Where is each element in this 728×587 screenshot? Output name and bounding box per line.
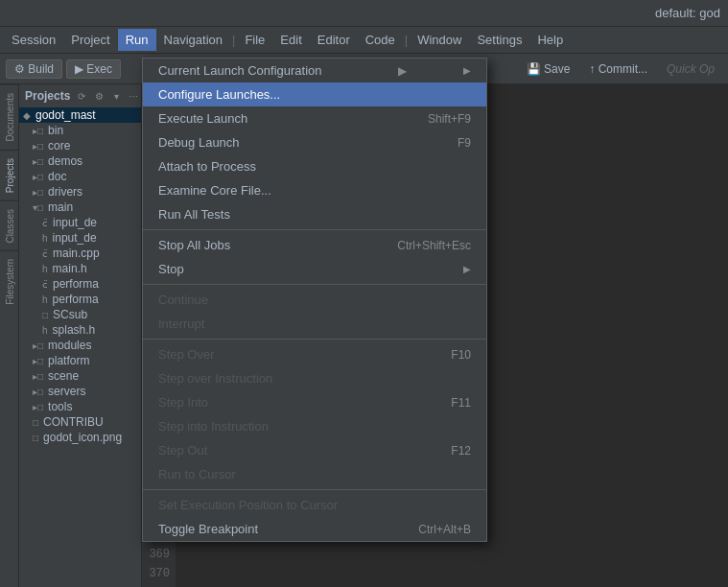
tree-item[interactable]: c̈input_de: [19, 215, 141, 230]
tree-item[interactable]: ▸□servers: [19, 384, 141, 399]
projects-header: Projects ⟳ ⚙ ▾ ⋯: [19, 84, 141, 107]
build-button[interactable]: ⚙ Build: [6, 59, 62, 79]
submenu-arrow-icon: ▶: [463, 65, 471, 76]
tree-item[interactable]: ▸□bin: [19, 123, 141, 138]
projects-title: Projects: [25, 89, 70, 103]
line-number: 370: [142, 564, 176, 583]
tree-item[interactable]: ◆godot_mast: [19, 107, 141, 123]
dropdown-item-label: Step Into: [158, 395, 208, 410]
vtab-classes[interactable]: Classes: [0, 200, 18, 251]
dropdown-item-label: Execute Launch: [158, 111, 247, 126]
tree-toolbar: ⟳ ⚙ ▾ ⋯: [74, 88, 141, 104]
dropdown-item-step-into-instruction: Step into Instruction: [143, 414, 486, 438]
menu-session[interactable]: Session: [4, 29, 63, 51]
menu-separator: [143, 229, 486, 230]
line-number: 369: [142, 545, 176, 564]
menu-sep1: |: [230, 33, 237, 47]
vtab-filesystem[interactable]: Filesystem: [0, 250, 18, 313]
tree-item[interactable]: ▸□doc: [19, 169, 141, 184]
submenu-arrow-icon: ▶: [463, 264, 471, 274]
settings-tree-btn[interactable]: ⚙: [91, 88, 106, 104]
dropdown-item-label: Toggle Breakpoint: [158, 522, 258, 536]
dropdown-item-execute-launch[interactable]: Execute LaunchShift+F9: [143, 106, 486, 130]
menu-help[interactable]: Help: [529, 29, 571, 51]
dropdown-item-label: Continue: [158, 293, 208, 307]
menu-file[interactable]: File: [237, 29, 272, 51]
tree-item[interactable]: hperforma: [19, 292, 141, 307]
menu-code[interactable]: Code: [358, 29, 403, 51]
menu-separator: [143, 489, 486, 490]
vtab-documents[interactable]: Documents: [0, 84, 18, 150]
left-vtabs: Documents Projects Classes Filesystem: [0, 84, 19, 587]
tree-item[interactable]: ▸□core: [19, 138, 141, 153]
tree-item[interactable]: hinput_de: [19, 230, 141, 246]
menu-settings[interactable]: Settings: [469, 29, 529, 51]
dropdown-item-label: Attach to Process: [158, 159, 256, 174]
menu-edit[interactable]: Edit: [272, 29, 309, 51]
more-btn[interactable]: ⋯: [126, 88, 141, 104]
dropdown-item-label: Debug Launch: [158, 135, 240, 150]
dropdown-item-continue: Continue: [143, 288, 486, 312]
menu-project[interactable]: Project: [63, 29, 117, 51]
dropdown-item-label: Configure Launches...: [158, 87, 280, 102]
menu-editor[interactable]: Editor: [310, 29, 358, 51]
top-bar-title: default: god: [655, 6, 720, 20]
dropdown-item-interrupt: Interrupt: [143, 312, 486, 336]
menu-separator: [143, 284, 486, 285]
tree-item[interactable]: ▸□scene: [19, 368, 141, 384]
tree-items: ◆godot_mast▸□bin▸□core▸□demos▸□doc▸□driv…: [19, 107, 141, 445]
top-bar: default: god: [0, 0, 728, 27]
dropdown-item-label: Stop All Jobs: [158, 238, 230, 252]
dropdown-item-step-into: Step IntoF11: [143, 390, 486, 414]
menu-separator: [143, 339, 486, 340]
dropdown-item-run-to-cursor: Run to Cursor: [143, 462, 486, 486]
dropdown-item-label: Examine Core File...: [158, 183, 271, 198]
dropdown-item-step-out: Step OutF12: [143, 438, 486, 462]
dropdown-item-label: Interrupt: [158, 317, 204, 331]
shortcut-label: Ctrl+Shift+Esc: [397, 239, 471, 252]
dropdown-item-configure-launches[interactable]: Configure Launches...: [143, 82, 486, 106]
run-dropdown-menu: Current Launch Configuration▶▶Configure …: [142, 58, 487, 542]
shortcut-label: Ctrl+Alt+B: [418, 523, 471, 536]
menu-bar: Session Project Run Navigation | File Ed…: [0, 27, 728, 54]
dropdown-item-step-over: Step OverF10: [143, 342, 486, 366]
tree-item[interactable]: hsplash.h: [19, 322, 141, 338]
tree-item[interactable]: hmain.h: [19, 261, 141, 276]
shortcut-label: F10: [451, 348, 471, 362]
quick-open[interactable]: Quick Op: [659, 60, 722, 78]
dropdown-item-label: Step into Instruction: [158, 419, 269, 434]
vtab-projects[interactable]: Projects: [0, 150, 18, 200]
save-button[interactable]: 💾 Save: [519, 60, 578, 78]
dropdown-item-label: Stop: [158, 262, 184, 276]
dropdown-item-run-all-tests[interactable]: Run All Tests: [143, 202, 486, 226]
dropdown-item-stop-all-jobs[interactable]: Stop All JobsCtrl+Shift+Esc: [143, 233, 486, 257]
shortcut-label: F9: [458, 136, 471, 150]
tree-item[interactable]: ▸□drivers: [19, 184, 141, 200]
dropdown-item-attach-to-process[interactable]: Attach to Process: [143, 154, 486, 178]
tree-item[interactable]: ▸□demos: [19, 153, 141, 169]
shortcut-label: ▶: [398, 64, 407, 78]
dropdown-item-toggle-breakpoint[interactable]: Toggle BreakpointCtrl+Alt+B: [143, 517, 486, 541]
tree-item[interactable]: ▸□tools: [19, 399, 141, 414]
dropdown-item-label: Step Out: [158, 443, 207, 458]
tree-item[interactable]: ▸□modules: [19, 338, 141, 353]
sync-btn[interactable]: ⟳: [74, 88, 89, 104]
collapse-btn[interactable]: ▾: [108, 88, 124, 104]
dropdown-item-stop[interactable]: Stop▶: [143, 257, 486, 281]
menu-window[interactable]: Window: [410, 29, 469, 51]
menu-run[interactable]: Run: [118, 29, 156, 51]
commit-button[interactable]: ↑ Commit...: [581, 60, 655, 78]
tree-item[interactable]: c̈performa: [19, 276, 141, 292]
dropdown-item-label: Run to Cursor: [158, 467, 236, 481]
tree-item[interactable]: □godot_icon.png: [19, 430, 141, 445]
menu-navigation[interactable]: Navigation: [156, 29, 230, 51]
dropdown-item-debug-launch[interactable]: Debug LaunchF9: [143, 130, 486, 154]
dropdown-item-current-launch-configuration[interactable]: Current Launch Configuration▶▶: [143, 59, 486, 82]
tree-item[interactable]: □SCsub: [19, 307, 141, 322]
exec-button[interactable]: ▶ Exec: [66, 59, 121, 79]
dropdown-item-examine-core-file[interactable]: Examine Core File...: [143, 178, 486, 202]
tree-item[interactable]: c̈main.cpp: [19, 246, 141, 261]
tree-item[interactable]: ▾□main: [19, 200, 141, 215]
tree-item[interactable]: □CONTRIBU: [19, 414, 141, 430]
tree-item[interactable]: ▸□platform: [19, 353, 141, 368]
